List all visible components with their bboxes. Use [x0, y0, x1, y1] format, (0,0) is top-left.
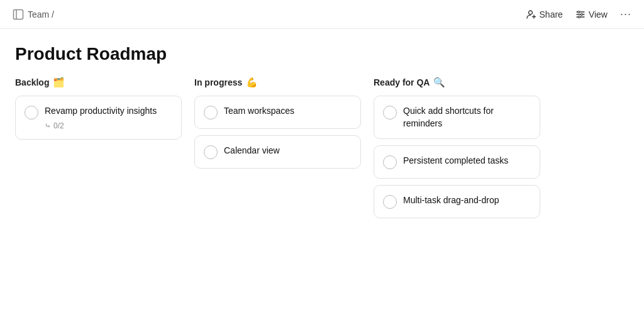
column-header-in-progress: In progress💪 — [194, 77, 361, 88]
card-content: Persistent completed tasks — [403, 155, 531, 167]
column-emoji-in-progress: 💪 — [246, 77, 258, 88]
task-checkbox[interactable] — [25, 106, 38, 120]
task-checkbox[interactable] — [204, 106, 218, 120]
subtask-icon: ⤷ — [45, 121, 51, 130]
svg-point-10 — [578, 16, 580, 18]
top-bar: Team / Share View ··· — [0, 0, 644, 29]
task-checkbox[interactable] — [383, 155, 397, 169]
task-checkbox[interactable] — [204, 145, 218, 159]
share-button[interactable]: Share — [526, 9, 563, 20]
column-header-ready-for-qa: Ready for QA🔍 — [374, 77, 540, 88]
column-ready-for-qa: Ready for QA🔍Quick add shortcuts for rem… — [374, 77, 540, 225]
share-label: Share — [540, 9, 563, 20]
column-title-ready-for-qa: Ready for QA — [374, 77, 430, 87]
task-checkbox[interactable] — [383, 106, 397, 120]
column-emoji-ready-for-qa: 🔍 — [433, 77, 445, 88]
card[interactable]: Calendar view — [194, 135, 361, 169]
card[interactable]: Quick add shortcuts for reminders — [374, 96, 540, 139]
board: Backlog🗂️Revamp productivity insights⤷0/… — [0, 77, 644, 225]
card-content: Calendar view — [224, 145, 352, 157]
card-title: Calendar view — [224, 145, 352, 157]
card-title: Quick add shortcuts for reminders — [403, 105, 531, 130]
card-title: Revamp productivity insights — [45, 105, 172, 118]
svg-point-8 — [577, 11, 579, 13]
card[interactable]: Team workspaces — [194, 96, 361, 129]
view-label: View — [589, 9, 608, 20]
card-meta-count: 0/2 — [53, 121, 64, 130]
breadcrumb: Team / — [13, 9, 54, 20]
card-title: Multi-task drag-and-drop — [403, 194, 531, 207]
column-title-backlog: Backlog — [15, 77, 49, 87]
column-header-backlog: Backlog🗂️ — [15, 77, 182, 88]
share-icon — [526, 9, 536, 20]
card-content: Team workspaces — [224, 105, 352, 118]
column-backlog: Backlog🗂️Revamp productivity insights⤷0/… — [15, 77, 182, 225]
view-icon — [575, 9, 586, 20]
column-in-progress: In progress💪Team workspacesCalendar view — [194, 77, 361, 225]
card-meta: ⤷0/2 — [45, 121, 172, 130]
breadcrumb-team: Team / — [28, 9, 54, 20]
card[interactable]: Persistent completed tasks — [374, 145, 540, 179]
card-content: Multi-task drag-and-drop — [403, 194, 531, 207]
card-title: Persistent completed tasks — [403, 155, 531, 167]
page-title: Product Roadmap — [0, 29, 644, 77]
card-content: Revamp productivity insights⤷0/2 — [45, 105, 172, 130]
top-actions: Share View ··· — [526, 8, 631, 21]
panel-icon — [13, 9, 24, 20]
card-content: Quick add shortcuts for reminders — [403, 105, 531, 130]
more-button[interactable]: ··· — [620, 8, 631, 21]
card[interactable]: Multi-task drag-and-drop — [374, 185, 540, 218]
task-checkbox[interactable] — [383, 195, 397, 209]
card-title: Team workspaces — [224, 105, 352, 118]
card[interactable]: Revamp productivity insights⤷0/2 — [15, 96, 182, 140]
column-emoji-backlog: 🗂️ — [53, 77, 65, 88]
svg-point-9 — [580, 13, 582, 15]
view-button[interactable]: View — [575, 9, 608, 20]
column-title-in-progress: In progress — [194, 77, 242, 87]
svg-rect-0 — [14, 9, 23, 19]
svg-point-2 — [528, 11, 532, 14]
